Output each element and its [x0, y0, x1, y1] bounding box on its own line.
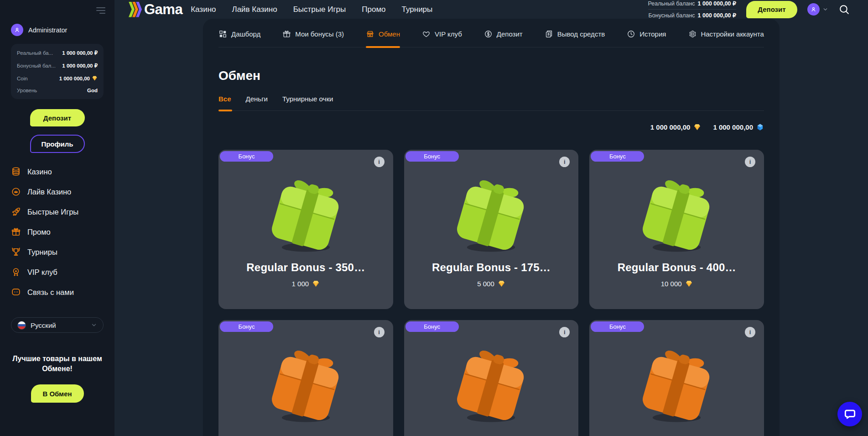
sidebar-item-live-casino[interactable]: Лайв Казино	[11, 187, 104, 197]
tab-label: Депозит	[497, 30, 523, 38]
sidebar-menu: Казино Лайв Казино Быстрые Игры Промо Ту…	[11, 167, 104, 297]
sidebar-item-tournaments[interactable]: Турниры	[11, 247, 104, 257]
user-name: Administrator	[28, 26, 67, 34]
sidebar-item-label: Промо	[27, 228, 51, 236]
sidebar-item-contact-us[interactable]: Связь с нами	[11, 287, 104, 297]
tab-exchange[interactable]: Обмен	[366, 30, 400, 47]
info-icon[interactable]: i	[745, 157, 755, 167]
card-title: Regular Bonus - 175…	[432, 261, 551, 274]
filter-tournament-points[interactable]: Турнирные очки	[282, 95, 333, 110]
gift-icon	[11, 227, 21, 237]
sidebar-menu-icon[interactable]	[96, 7, 105, 14]
tab-dashboard[interactable]: Дашборд	[218, 30, 260, 47]
withdraw-icon	[545, 30, 553, 38]
info-icon[interactable]: i	[374, 157, 385, 167]
language-selector[interactable]: Русский	[11, 317, 104, 333]
bonus-badge: Бонус	[591, 321, 644, 332]
filter-all[interactable]: Все	[218, 95, 231, 110]
bonus-card[interactable]: Бонус i	[218, 320, 393, 436]
live-chat-button[interactable]	[837, 402, 862, 426]
info-icon[interactable]: i	[374, 327, 385, 337]
tab-my-bonuses[interactable]: Мои бонусы (3)	[282, 30, 344, 47]
bonus-card[interactable]: Бонус i	[589, 320, 764, 436]
sidebar-item-label: Связь с нами	[27, 288, 74, 297]
sidebar-promo-heading: Лучшие товары в нашем Обмене!	[11, 354, 104, 373]
search-icon[interactable]	[838, 4, 850, 15]
gift-image	[261, 171, 350, 260]
nav-casino[interactable]: Казино	[191, 5, 216, 14]
tab-deposit[interactable]: Депозит	[484, 30, 523, 47]
rocket-icon	[11, 207, 21, 217]
sidebar-item-label: VIP клуб	[27, 268, 57, 277]
bonus-card[interactable]: Бонус i Regular Bonus - 350… 1 000	[218, 150, 393, 309]
card-price: 5 000	[477, 280, 505, 288]
sidebar-item-vip-club[interactable]: VIP клуб	[11, 267, 104, 277]
card-title: Regular Bonus - 350…	[246, 261, 365, 274]
coin-gem-icon	[92, 75, 98, 81]
coin-wallet-value: 1 000 000,00	[650, 123, 691, 131]
dashboard-icon	[218, 30, 227, 38]
logo[interactable]: Gama	[129, 1, 182, 18]
tab-account-settings[interactable]: Настройки аккаунта	[688, 30, 764, 47]
gift-icon	[282, 30, 291, 38]
card-price: 10 000	[661, 280, 693, 288]
gear-icon	[688, 30, 696, 38]
bonus-card[interactable]: Бонус i Regular Bonus - 175… 5 000	[404, 150, 579, 309]
nav-promo[interactable]: Промо	[362, 5, 385, 14]
gem-orange-icon	[693, 123, 701, 131]
tab-label: Мои бонусы (3)	[295, 30, 344, 38]
dollar-coin-icon	[484, 30, 493, 38]
header-real-balance-label: Реальный баланс	[648, 0, 695, 7]
bonus-balance-row: Бонусный бал... 1 000 000,00 ₽	[17, 59, 98, 72]
bonus-badge: Бонус	[591, 151, 644, 162]
real-balance-row: Реальный ба... 1 000 000,00 ₽	[17, 47, 98, 59]
real-balance-label: Реальный ба...	[17, 50, 53, 56]
filter-money[interactable]: Деньги	[246, 95, 268, 110]
level-value: God	[87, 88, 98, 93]
header-deposit-button[interactable]: Депозит	[746, 1, 797, 18]
bonus-badge: Бонус	[405, 151, 459, 162]
account-panel: Дашборд Мои бонусы (3) Обмен VIP клуб Де…	[203, 19, 780, 436]
logo-text: Gama	[144, 1, 182, 18]
vip-icon	[11, 267, 21, 277]
tab-label: VIP клуб	[435, 30, 462, 38]
nav-fast-games[interactable]: Быстрые Игры	[293, 5, 346, 14]
card-title: Regular Bonus - 400…	[618, 261, 736, 274]
bonus-card[interactable]: Бонус i	[404, 320, 579, 436]
sidebar-item-casino[interactable]: Казино	[11, 167, 104, 177]
sidebar-item-label: Турниры	[27, 248, 57, 257]
gem-orange-icon	[312, 280, 320, 288]
nav-live-casino[interactable]: Лайв Казино	[232, 5, 277, 14]
account-menu[interactable]	[807, 3, 828, 16]
top-header: Gama Казино Лайв Казино Быстрые Игры Про…	[114, 0, 868, 19]
sidebar-item-promo[interactable]: Промо	[11, 227, 104, 237]
level-label: Уровень	[17, 88, 37, 93]
nav-tournaments[interactable]: Турниры	[402, 5, 433, 14]
page-title: Обмен	[218, 68, 764, 83]
profile-button[interactable]: Профиль	[30, 135, 85, 153]
tab-label: Вывод средств	[557, 30, 605, 38]
live-casino-icon	[11, 187, 21, 197]
top-nav: Казино Лайв Казино Быстрые Игры Промо Ту…	[191, 5, 432, 14]
gem-orange-icon	[685, 280, 693, 288]
sidebar-item-label: Лайв Казино	[27, 188, 71, 196]
bonus-badge: Бонус	[220, 151, 273, 162]
info-icon[interactable]: i	[559, 327, 570, 337]
deposit-button[interactable]: Депозит	[30, 109, 85, 126]
coin-balance-label: Coin	[17, 76, 28, 81]
gem-orange-icon	[498, 280, 505, 288]
tab-vip-club[interactable]: VIP клуб	[422, 30, 462, 47]
balance-summary-card: Реальный ба... 1 000 000,00 ₽ Бонусный б…	[11, 44, 104, 99]
tab-history[interactable]: История	[627, 30, 666, 47]
bonus-card[interactable]: Бонус i Regular Bonus - 400… 10 000	[589, 150, 764, 309]
info-icon[interactable]: i	[559, 157, 570, 167]
tab-withdraw[interactable]: Вывод средств	[545, 30, 605, 47]
coin-balance-value: 1 000 000,00	[59, 76, 90, 81]
chat-bubble-icon	[844, 408, 856, 420]
sidebar-item-fast-games[interactable]: Быстрые Игры	[11, 207, 104, 217]
to-exchange-button[interactable]: В Обмен	[31, 384, 84, 403]
user-profile[interactable]: Administrator	[11, 24, 104, 36]
coin-wallet: 1 000 000,00	[650, 123, 702, 131]
price-value: 10 000	[661, 280, 682, 288]
info-icon[interactable]: i	[745, 327, 755, 337]
